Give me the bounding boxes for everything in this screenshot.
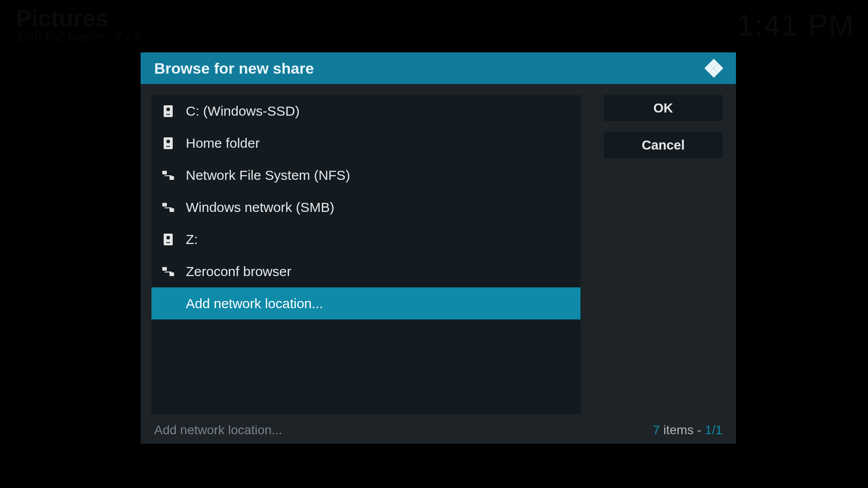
list-item-nfs[interactable]: Network File System (NFS) — [151, 159, 580, 191]
file-list[interactable]: C: (Windows-SSD) Home folder Network Fil… — [151, 95, 580, 414]
harddisk-icon — [161, 234, 175, 245]
list-item-add-network-location[interactable]: Add network location... — [151, 287, 580, 319]
list-item-label: Windows network (SMB) — [186, 200, 334, 215]
list-item-zeroconf[interactable]: Zeroconf browser — [151, 255, 580, 287]
list-item-label: Add network location... — [186, 296, 323, 311]
browse-share-dialog: Browse for new share C: (Windows-SSD) Ho… — [141, 52, 736, 444]
list-item-smb[interactable]: Windows network (SMB) — [151, 191, 580, 223]
list-item-label: Network File System (NFS) — [186, 168, 350, 183]
list-item-drive-z[interactable]: Z: — [151, 223, 580, 255]
dialog-body: C: (Windows-SSD) Home folder Network Fil… — [141, 84, 736, 417]
footer-items-word: items - — [660, 423, 705, 437]
ok-button[interactable]: OK — [604, 95, 722, 121]
dialog-title: Browse for new share — [154, 60, 314, 77]
dialog-footer: Add network location... 7 items - 1/1 — [141, 417, 736, 444]
footer-path: Add network location... — [154, 423, 282, 437]
network-icon — [161, 203, 175, 212]
harddisk-icon — [161, 137, 175, 149]
dialog-header: Browse for new share — [141, 52, 736, 84]
list-item-label: C: (Windows-SSD) — [186, 103, 300, 119]
list-item-home-folder[interactable]: Home folder — [151, 127, 580, 159]
network-icon — [161, 171, 175, 180]
list-item-label: Zeroconf browser — [186, 264, 291, 279]
kodi-logo-icon — [703, 57, 725, 80]
list-item-label: Home folder — [186, 136, 259, 151]
network-icon — [161, 267, 175, 276]
footer-count: 7 items - 1/1 — [653, 423, 722, 437]
list-item-drive-c[interactable]: C: (Windows-SSD) — [151, 95, 580, 127]
footer-page: 1/1 — [705, 423, 722, 437]
cancel-button[interactable]: Cancel — [604, 132, 722, 158]
dialog-side-buttons: OK Cancel — [604, 95, 722, 417]
harddisk-icon — [161, 105, 175, 117]
footer-item-count: 7 — [653, 423, 660, 437]
list-item-label: Z: — [186, 232, 198, 247]
